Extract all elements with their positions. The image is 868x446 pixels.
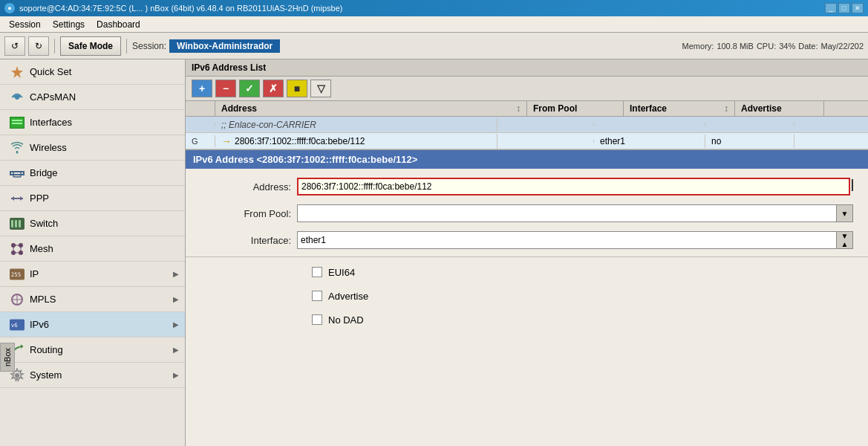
- address-table: Address ↕ From Pool Interface ↕ Advertis…: [186, 101, 868, 150]
- row-frompool-1: [497, 123, 594, 126]
- row-interface-2: ether1: [594, 135, 705, 148]
- panel-header: IPv6 Address List: [186, 59, 868, 77]
- frompool-dropdown-button[interactable]: ▼: [837, 204, 853, 222]
- sidebar-item-interfaces[interactable]: Interfaces: [0, 110, 185, 135]
- system-arrow-icon: ▶: [173, 371, 179, 379]
- ppp-icon: [9, 190, 25, 207]
- redo-button[interactable]: ↻: [28, 36, 49, 56]
- eui64-checkbox[interactable]: [312, 267, 322, 277]
- minimize-button[interactable]: _: [825, 3, 837, 13]
- sidebar-item-system[interactable]: System ▶: [0, 363, 185, 388]
- cursor-icon: [852, 179, 853, 191]
- cpu-value: 34%: [779, 42, 795, 51]
- svg-marker-12: [11, 196, 14, 201]
- ipv6-icon: v6: [9, 317, 25, 333]
- safe-mode-button[interactable]: Safe Mode: [60, 36, 121, 56]
- routing-arrow-icon: ▶: [173, 346, 179, 354]
- sidebar-bridge-label: Bridge: [30, 167, 179, 178]
- svg-text:255: 255: [11, 271, 22, 278]
- form-row-eui64: EUI64: [186, 263, 868, 281]
- sidebar-capsman-label: CAPsMAN: [30, 91, 179, 103]
- nodad-label: No DAD: [328, 314, 364, 326]
- sidebar-item-capsman[interactable]: CAPsMAN: [0, 85, 185, 110]
- sidebar-ip-label: IP: [30, 268, 169, 279]
- frompool-label: From Pool:: [230, 208, 297, 219]
- sidebar-item-ppp[interactable]: PPP: [0, 186, 185, 211]
- capsman-icon: [9, 89, 25, 106]
- interface-dropdown-button[interactable]: ▼▲: [837, 231, 853, 249]
- menu-dashboard[interactable]: Dashboard: [91, 18, 146, 31]
- eui64-label: EUI64: [328, 267, 355, 278]
- svg-marker-32: [21, 344, 23, 349]
- form-row-interface: Interface: ▼▲: [186, 230, 868, 251]
- wireless-icon: [9, 140, 25, 156]
- form-area: Address: From Pool: ▼ Interface:: [186, 169, 868, 446]
- th-flag: [186, 101, 215, 116]
- sidebar-mesh-label: Mesh: [30, 243, 179, 254]
- table-row[interactable]: ;; Enlace-con-CARRIER: [186, 117, 868, 133]
- table-header: Address ↕ From Pool Interface ↕ Advertis…: [186, 101, 868, 117]
- row-address-1: ;; Enlace-con-CARRIER: [215, 118, 497, 132]
- address-label: Address:: [230, 181, 297, 193]
- add-button[interactable]: +: [192, 80, 212, 97]
- maximize-button[interactable]: □: [838, 3, 850, 13]
- ip-icon: 255: [9, 266, 25, 282]
- sidebar-item-wireless[interactable]: Wireless: [0, 135, 185, 161]
- close-button[interactable]: ✕: [852, 3, 864, 13]
- content-area: IPv6 Address List + − ✓ ✗ ■ ▽ Address ↕ …: [186, 59, 868, 446]
- svg-rect-4: [12, 123, 22, 124]
- remove-button[interactable]: −: [215, 80, 236, 97]
- row-advertise-2: no: [705, 135, 794, 148]
- row-frompool-2: [497, 140, 594, 143]
- sidebar-item-ipv6[interactable]: v6 IPv6 ▶: [0, 312, 185, 337]
- nodad-checkbox[interactable]: [312, 314, 322, 325]
- menu-session[interactable]: Session: [3, 18, 47, 31]
- address-input-group: [297, 178, 853, 195]
- panel-toolbar: + − ✓ ✗ ■ ▽: [186, 77, 868, 101]
- sidebar-item-mpls[interactable]: MPLS ▶: [0, 287, 185, 312]
- toolbar-separator-1: [54, 39, 55, 54]
- frompool-input[interactable]: [297, 204, 837, 222]
- session-label: Session:: [132, 41, 166, 51]
- row-interface-1: [594, 123, 705, 126]
- address-input[interactable]: [297, 178, 850, 195]
- interfaces-icon: [9, 114, 25, 131]
- title-bar-text: soporte@C4:AD:34:7E:92:5C (L... ) nBox (…: [19, 4, 820, 13]
- menu-settings[interactable]: Settings: [47, 18, 91, 31]
- svg-rect-14: [11, 220, 13, 227]
- filter-button[interactable]: ▽: [310, 80, 331, 97]
- check-button[interactable]: ✓: [239, 80, 260, 97]
- dialog-header: IPv6 Address <2806:3f7:1002::ffff:f0ca:b…: [186, 150, 868, 169]
- table-row[interactable]: G → 2806:3f7:1002::ffff:f0ca:bebe/112 et…: [186, 133, 868, 149]
- sidebar-item-ip[interactable]: 255 IP ▶: [0, 262, 185, 287]
- cpu-label: CPU:: [757, 42, 776, 51]
- interface-label: Interface:: [230, 235, 297, 246]
- svg-point-5: [16, 151, 19, 153]
- nbox-tab[interactable]: nBox: [0, 343, 15, 372]
- sidebar-item-mesh[interactable]: Mesh: [0, 236, 185, 262]
- ip-arrow-icon: ▶: [173, 270, 179, 278]
- interface-input-group: ▼▲: [297, 231, 853, 249]
- undo-button[interactable]: ↺: [4, 36, 25, 56]
- th-address: Address ↕: [215, 101, 527, 116]
- svg-text:v6: v6: [11, 322, 19, 329]
- svg-rect-3: [12, 120, 22, 121]
- main-layout: Quick Set CAPsMAN Interfaces Wireless Br: [0, 59, 868, 446]
- sidebar-quickset-label: Quick Set: [30, 66, 179, 77]
- row-flag-1: [186, 123, 215, 126]
- row-address-2: → 2806:3f7:1002::ffff:f0ca:bebe/112: [215, 134, 497, 149]
- sidebar-item-routing[interactable]: Routing ▶: [0, 337, 185, 363]
- svg-rect-6: [10, 172, 24, 175]
- svg-rect-16: [19, 220, 21, 227]
- advertise-checkbox[interactable]: [312, 291, 322, 301]
- session-value: Winbox-Administrador: [169, 39, 280, 53]
- toolbar-right: Memory: 100.8 MiB CPU: 34% Date: May/22/…: [682, 42, 864, 51]
- sidebar-item-quickset[interactable]: Quick Set: [0, 59, 185, 85]
- svg-rect-15: [15, 220, 17, 227]
- sidebar-item-switch[interactable]: Switch: [0, 211, 185, 236]
- sidebar-item-bridge[interactable]: Bridge: [0, 161, 185, 186]
- x-button[interactable]: ✗: [263, 80, 284, 97]
- yellow-button[interactable]: ■: [287, 80, 307, 97]
- interface-input[interactable]: [297, 231, 837, 249]
- sidebar-switch-label: Switch: [30, 218, 179, 229]
